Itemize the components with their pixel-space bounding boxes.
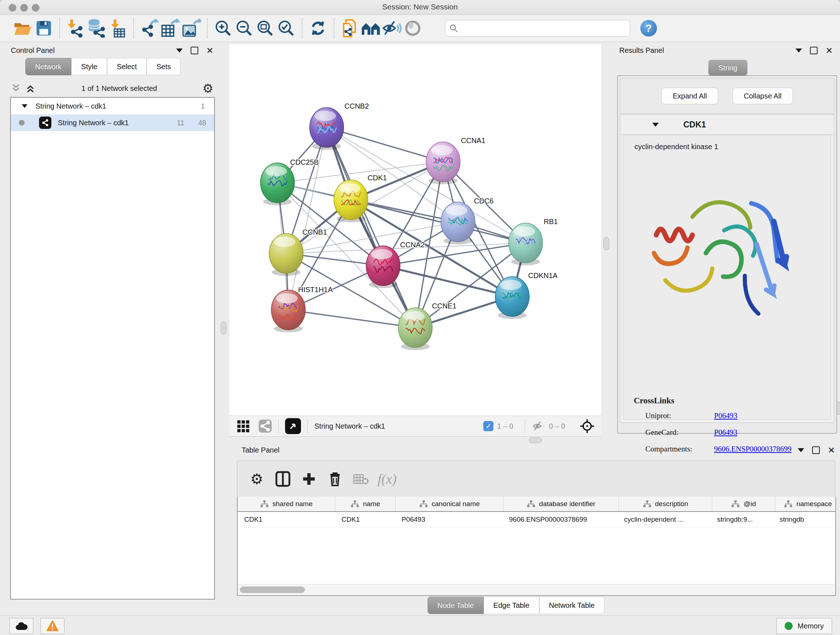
create-column-button[interactable] [296,467,322,491]
share-view-icon[interactable] [259,420,272,432]
table-options-button[interactable]: ⚙ [244,467,270,491]
crosslink-link[interactable]: P06493 [714,411,737,426]
apply-layout-button[interactable] [308,18,328,39]
node-table[interactable]: shared namenamecanonical namedatabase id… [237,497,836,596]
tab-edge-table[interactable]: Edge Table [484,597,539,614]
network-collection-row[interactable]: String Network – cdk1 1 [11,98,214,114]
zoom-in-button[interactable] [213,18,234,39]
network-node-CDC6[interactable] [441,202,475,242]
string-home-button[interactable] [360,18,381,39]
gene-collapse-icon[interactable] [652,123,659,127]
function-builder-button[interactable]: f(x) [374,467,400,491]
zoom-fit-button[interactable] [255,18,276,39]
import-table-button[interactable] [107,18,128,39]
save-session-button[interactable] [33,18,54,39]
crosslink-link[interactable]: P06493 [714,428,737,442]
tab-network-table[interactable]: Network Table [539,597,605,614]
collapse-all-button[interactable]: Collapse All [733,88,793,104]
zoom-out-button[interactable] [234,18,255,39]
delete-column-button[interactable] [322,467,348,491]
network-canvas[interactable]: CCNB2CCNA1CDC25BCDK1CDC6RB1CCNB1CCNA2CDK… [229,44,601,416]
control-panel-maximize-icon[interactable] [191,47,198,54]
grid-view-icon[interactable] [237,420,249,432]
crosshair-icon[interactable] [579,418,595,434]
export-image-button[interactable] [181,18,202,39]
network-node-CDKN1A[interactable] [495,277,529,317]
results-panel-close-icon[interactable]: ✕ [826,48,833,54]
expand-all-chevron-icon[interactable] [25,83,36,93]
perspective-button[interactable] [402,18,423,39]
search-input[interactable] [458,24,612,33]
table-panel-float-icon[interactable] [798,448,804,452]
column-header-id[interactable]: @id [712,497,775,511]
network-node-RB1[interactable] [508,223,543,263]
open-session-button[interactable] [12,18,33,39]
column-header-databaseidentifier[interactable]: database identifier [504,497,619,511]
table-panel-maximize-icon[interactable] [812,447,820,454]
delete-table-button[interactable] [348,467,374,491]
network-node-HIST1H1A[interactable] [271,290,305,330]
zoom-selected-button[interactable] [276,18,297,39]
crosslinks-title: CrossLinks [634,396,674,405]
hidden-eye-slash-icon[interactable] [532,420,546,432]
memory-status-dot [785,622,793,630]
splitter-handle[interactable] [221,321,226,334]
results-panel-float-icon[interactable] [796,49,802,52]
birds-eye-view-button[interactable] [285,418,301,434]
export-table-button[interactable] [160,18,181,39]
network-edge[interactable] [288,127,327,310]
tab-sets[interactable]: Sets [147,58,180,75]
tab-node-table[interactable]: Node Table [428,597,484,614]
collapse-all-chevron-icon[interactable] [11,83,22,93]
hide-glass-button[interactable] [381,18,402,39]
splitter-handle[interactable] [603,237,609,250]
results-panel-maximize-icon[interactable] [810,47,818,54]
collection-expand-icon[interactable] [22,104,27,108]
control-panel-float-icon[interactable] [176,49,183,52]
network-graph[interactable]: CCNB2CCNA1CDC25BCDK1CDC6RB1CCNB1CCNA2CDK… [229,44,601,416]
column-header-canonicalname[interactable]: canonical name [396,497,504,511]
import-network-icon [66,19,85,38]
network-node-CCNA1[interactable] [426,142,460,182]
splitter-handle[interactable] [529,437,542,443]
network-node-CDK1[interactable] [334,180,368,220]
scrollbar-thumb[interactable] [240,586,305,593]
network-node-CCNA2[interactable] [366,246,400,286]
network-edge[interactable] [327,127,415,328]
network-edge[interactable] [288,310,415,328]
gene-section-header[interactable]: CDK1 [621,115,834,135]
selected-checkbox-icon[interactable]: ✓ [483,421,493,431]
network-node-CCNE1[interactable] [398,308,432,348]
table-horizontal-scrollbar[interactable] [238,584,835,595]
network-options-gear-icon[interactable]: ⚙ [202,82,213,95]
column-header-namespace[interactable]: namespace [775,497,836,511]
table-panel-close-icon[interactable]: ✕ [828,447,835,453]
table-row[interactable]: CDK1CDK1P064939606.ENSP00000378699cyclin… [238,512,835,527]
network-node-CCNB1[interactable] [269,233,303,273]
clone-network-button[interactable] [339,18,360,39]
column-header-sharedname[interactable]: shared name [238,497,335,511]
help-button[interactable]: ? [640,20,657,36]
control-panel-close-icon[interactable]: ✕ [206,48,213,54]
expand-all-button[interactable]: Expand All [661,88,718,104]
tab-style[interactable]: Style [71,58,107,75]
column-header-description[interactable]: description [619,497,712,511]
warnings-button[interactable] [41,618,65,634]
show-columns-button[interactable] [270,467,296,491]
network-row[interactable]: String Network – cdk1 11 48 [11,114,214,131]
memory-button[interactable]: Memory [776,618,832,634]
network-node-CCNB2[interactable] [309,108,344,147]
column-header-name[interactable]: name [335,497,396,511]
tab-select[interactable]: Select [107,58,147,75]
table-tabs: Node Table Edge Table Network Table [428,597,605,614]
network-node-CDC25B[interactable] [261,163,294,203]
collection-count: 1 [201,102,205,111]
cloud-status-button[interactable] [9,618,33,634]
tab-network[interactable]: Network [25,58,71,75]
search-icon [449,24,458,33]
import-network-database-button[interactable] [86,18,107,39]
import-network-file-button[interactable] [65,18,86,39]
network-edge[interactable] [327,127,443,162]
tab-string[interactable]: String [708,60,747,76]
export-network-button[interactable] [139,18,160,39]
